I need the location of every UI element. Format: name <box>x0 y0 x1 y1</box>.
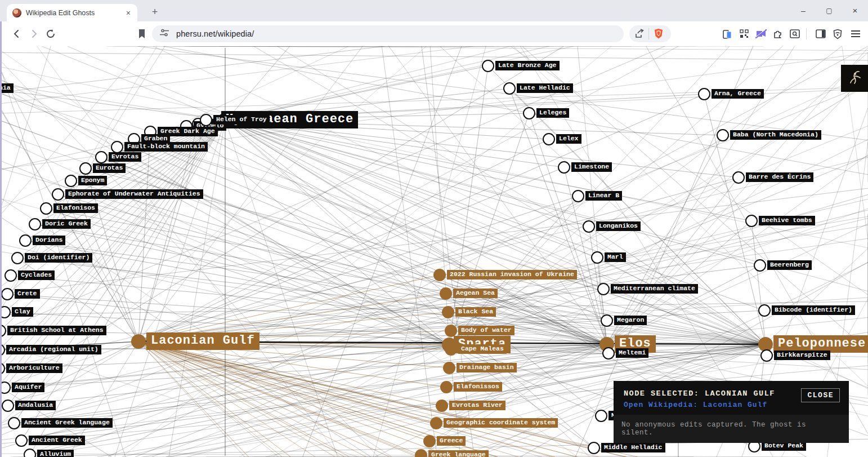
node-circle[interactable] <box>760 349 773 362</box>
node-circle[interactable] <box>29 218 41 230</box>
video-off-icon[interactable] <box>753 26 769 42</box>
node-label: Cyclades <box>18 270 55 280</box>
bookmark-icon[interactable] <box>134 26 150 42</box>
node-circle[interactable] <box>503 82 516 95</box>
node-label: Fault-block mountain <box>124 142 208 152</box>
reload-icon[interactable] <box>43 26 59 42</box>
phersu-ghost-logo[interactable] <box>841 65 868 92</box>
node-circle[interactable] <box>754 259 766 272</box>
node-circle[interactable] <box>436 400 448 412</box>
window-left-edge <box>0 21 2 457</box>
node-circle[interactable] <box>445 343 457 356</box>
site-settings-icon[interactable] <box>160 29 169 39</box>
tab-favicon <box>12 8 21 17</box>
node-label: Arcadia (regional unit) <box>6 345 101 354</box>
window-minimize-button[interactable]: – <box>791 0 815 21</box>
node-circle[interactable] <box>445 325 457 337</box>
node-label: Barre des Écrins <box>746 172 813 182</box>
node-circle[interactable] <box>523 107 535 119</box>
new-tab-button[interactable]: + <box>147 5 162 20</box>
node-circle[interactable] <box>572 190 584 202</box>
device-icon[interactable] <box>719 26 735 42</box>
window-close-button[interactable]: × <box>843 0 867 21</box>
node-circle[interactable] <box>430 417 442 429</box>
node-label: Dorians <box>33 236 65 245</box>
node-circle[interactable] <box>442 306 454 318</box>
graph-stage[interactable]: Mycenaean GreeceLaconian GulfSpartaElosP… <box>0 46 868 457</box>
node-circle[interactable] <box>95 151 108 163</box>
url-bar[interactable]: phersu.net/wikipedia/ <box>152 25 624 42</box>
node-circle[interactable] <box>758 304 771 317</box>
rewards-shield-icon[interactable] <box>830 26 845 42</box>
browser-tab[interactable]: Wikipedia Edit Ghosts × <box>7 4 137 21</box>
toolbar-divider <box>648 28 649 39</box>
node-circle[interactable] <box>595 410 607 422</box>
node-circle[interactable] <box>423 435 436 447</box>
node-circle[interactable] <box>558 161 570 174</box>
node-circle[interactable] <box>52 188 64 201</box>
node-circle[interactable] <box>111 141 123 153</box>
node-circle[interactable] <box>200 114 212 126</box>
node-circle[interactable] <box>40 202 52 215</box>
sidebar-icon[interactable] <box>813 26 829 42</box>
node-circle[interactable] <box>602 347 615 360</box>
forward-icon[interactable] <box>26 26 42 42</box>
node-label: Laconian Gulf <box>146 332 259 350</box>
url-text[interactable]: phersu.net/wikipedia/ <box>176 29 254 38</box>
node-info-panel: NODE SELECTED: LACONIAN GULF Open Wikipe… <box>614 381 849 443</box>
qr-code-icon[interactable] <box>736 26 752 42</box>
node-circle[interactable] <box>597 283 610 295</box>
node-circle[interactable] <box>1 288 14 300</box>
node-circle[interactable] <box>131 334 146 349</box>
node-circle[interactable] <box>745 215 758 227</box>
node-label: Marl <box>605 252 626 262</box>
node-circle[interactable] <box>65 175 77 187</box>
node-circle[interactable] <box>19 234 32 247</box>
node-label: Eponym <box>78 176 107 185</box>
node-label: Helen of Troy <box>213 115 270 125</box>
share-icon[interactable] <box>632 26 647 42</box>
node-circle[interactable] <box>588 442 600 454</box>
brave-shield-icon[interactable] <box>651 26 666 42</box>
node-circle[interactable] <box>433 269 446 281</box>
node-circle[interactable] <box>482 60 494 72</box>
node-label: Ephorate of Underwater Antiquities <box>65 189 203 199</box>
menu-icon[interactable] <box>848 26 863 42</box>
node-circle[interactable] <box>698 88 710 100</box>
search-tabs-icon[interactable] <box>787 26 803 42</box>
node-label: Ancient Greek <box>29 436 85 445</box>
node-label: Middle Helladic <box>601 443 665 452</box>
node-label: Beerenberg <box>767 260 812 270</box>
close-button[interactable]: CLOSE <box>801 388 840 402</box>
back-icon[interactable] <box>9 26 25 42</box>
extensions-icon[interactable] <box>770 26 786 42</box>
node-circle[interactable] <box>440 287 452 300</box>
node-circle[interactable] <box>732 171 745 184</box>
node-circle[interactable] <box>2 400 14 412</box>
node-label: Lelex <box>556 134 581 144</box>
node-circle[interactable] <box>5 269 17 282</box>
tab-title: Wikipedia Edit Ghosts <box>26 9 120 17</box>
node-circle[interactable] <box>543 133 555 145</box>
node-circle[interactable] <box>15 434 28 447</box>
node-circle[interactable] <box>440 381 453 393</box>
node-circle[interactable] <box>79 162 92 175</box>
node-label: Elafonisos <box>53 203 98 213</box>
node-label: Black Sea <box>455 307 496 317</box>
node-label: Late Helladic <box>517 83 573 93</box>
node-circle[interactable] <box>443 362 455 374</box>
tab-close-icon[interactable]: × <box>125 8 132 17</box>
browser-titlebar: Wikipedia Edit Ghosts × + – ▢ × <box>0 0 868 21</box>
node-label: Ancient Greek language <box>21 418 113 428</box>
window-maximize-button[interactable]: ▢ <box>817 0 841 21</box>
node-circle[interactable] <box>583 220 595 233</box>
node-circle[interactable] <box>717 129 729 141</box>
node-label: 2022 Russian invasion of Ukraine <box>447 270 577 279</box>
node-circle[interactable] <box>11 252 24 264</box>
node-label: Greece <box>437 436 466 446</box>
node-circle[interactable] <box>601 314 613 327</box>
node-circle[interactable] <box>591 251 603 264</box>
node-label: Drainage basin <box>457 363 517 372</box>
node-circle[interactable] <box>8 417 20 429</box>
node-circle[interactable] <box>24 449 36 457</box>
